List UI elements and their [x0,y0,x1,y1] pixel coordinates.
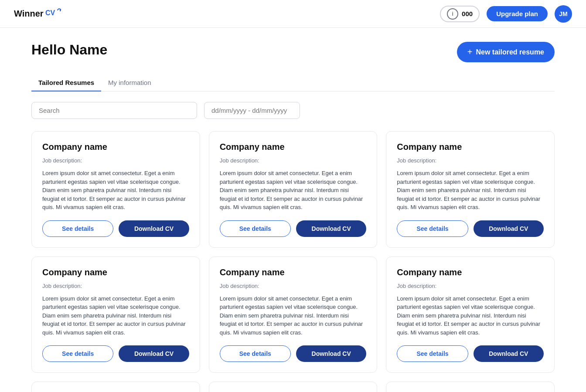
card-description: Lorem ipsum dolor sit amet consectetur. … [42,294,189,337]
card-description: Lorem ipsum dolor sit amet consectetur. … [397,169,544,212]
logo-icon: CV [45,7,61,20]
resume-card: Company name Job description: Lorem ipsu… [31,257,200,373]
resume-card: Company name Job description: [209,382,378,392]
card-actions: See details Download CV [397,220,544,237]
search-input[interactable] [31,102,197,119]
see-details-button[interactable]: See details [397,220,468,237]
card-description: Lorem ipsum dolor sit amet consectetur. … [42,169,189,212]
download-cv-button[interactable]: Download CV [474,220,544,237]
main-content: Hello Name + New tailored resume Tailore… [14,28,572,392]
see-details-button[interactable]: See details [220,220,291,237]
card-company: Company name [397,142,544,152]
card-company: Company name [42,267,189,277]
tab-tailored-resumes[interactable]: Tailored Resumes [31,74,101,91]
see-details-button[interactable]: See details [42,345,113,362]
nav-right: i 000 Upgrade plan JM [440,5,572,23]
see-details-button[interactable]: See details [220,345,291,362]
card-company: Company name [220,267,367,277]
page-title: Hello Name [31,42,107,58]
avatar[interactable]: JM [555,5,572,23]
card-company: Company name [397,267,544,277]
card-actions: See details Download CV [220,345,367,362]
card-description: Lorem ipsum dolor sit amet consectetur. … [220,169,367,212]
resume-card: Company name Job description: Lorem ipsu… [31,131,200,248]
navbar: Winner CV i 000 Upgrade plan JM [0,0,586,28]
download-cv-button[interactable]: Download CV [474,345,544,362]
resume-card: Company name Job description: [31,382,200,392]
filters [31,102,555,119]
download-cv-button[interactable]: Download CV [296,220,366,237]
page-header: Hello Name + New tailored resume [31,42,555,62]
card-description: Lorem ipsum dolor sit amet consectetur. … [397,294,544,337]
upgrade-button[interactable]: Upgrade plan [487,6,548,21]
resume-card: Company name Job description: [386,382,555,392]
date-range-input[interactable] [204,102,300,119]
download-cv-button[interactable]: Download CV [119,220,189,237]
card-company: Company name [42,142,189,152]
logo-text: Winner [14,9,44,19]
see-details-button[interactable]: See details [397,345,468,362]
tabs: Tailored Resumes My information [31,74,555,91]
card-actions: See details Download CV [42,220,189,237]
resume-card: Company name Job description: Lorem ipsu… [386,257,555,373]
download-cv-button[interactable]: Download CV [296,345,366,362]
tab-my-information[interactable]: My information [101,74,158,91]
card-label: Job description: [220,283,367,289]
download-cv-button[interactable]: Download CV [119,345,189,362]
cards-grid: Company name Job description: Lorem ipsu… [31,131,555,392]
token-badge: i 000 [440,6,480,22]
card-label: Job description: [397,283,544,289]
card-label: Job description: [42,157,189,164]
token-icon: i [447,8,458,20]
card-actions: See details Download CV [42,345,189,362]
plus-icon: + [467,47,473,57]
new-resume-button[interactable]: + New tailored resume [457,42,555,62]
token-count: 000 [462,10,473,17]
card-actions: See details Download CV [220,220,367,237]
resume-card: Company name Job description: Lorem ipsu… [209,131,378,248]
new-resume-label: New tailored resume [476,48,545,56]
card-label: Job description: [42,283,189,289]
svg-text:CV: CV [45,9,55,17]
resume-card: Company name Job description: Lorem ipsu… [386,131,555,248]
card-description: Lorem ipsum dolor sit amet consectetur. … [220,294,367,337]
logo: Winner CV [14,7,61,20]
card-label: Job description: [397,157,544,164]
card-company: Company name [220,142,367,152]
card-actions: See details Download CV [397,345,544,362]
card-label: Job description: [220,157,367,164]
resume-card: Company name Job description: Lorem ipsu… [209,257,378,373]
see-details-button[interactable]: See details [42,220,113,237]
